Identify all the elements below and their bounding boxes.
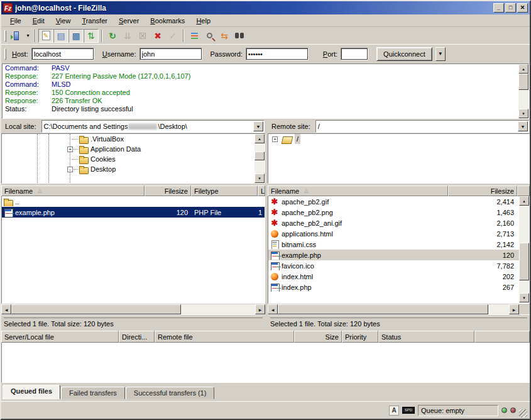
column-filename[interactable]: Filename△: [1, 185, 145, 196]
column-size[interactable]: Size: [294, 331, 342, 343]
column-remote-file[interactable]: Remote file: [155, 331, 294, 343]
compare-directories-button[interactable]: [202, 29, 217, 43]
file-row[interactable]: ✱apache_pb2.png 1,463: [268, 207, 529, 218]
quickconnect-dropdown[interactable]: ▼: [435, 47, 446, 61]
message-log-toggle-button[interactable]: ✎: [38, 29, 53, 43]
password-input[interactable]: [246, 48, 309, 60]
tab-queued-files[interactable]: Queued files: [3, 385, 60, 399]
log-line: Status:Directory listing successful: [3, 105, 528, 113]
local-treeview-toggle-button[interactable]: ▤: [53, 29, 68, 43]
scroll-up-icon[interactable]: ▲: [518, 64, 528, 74]
quickconnect-grip[interactable]: [4, 48, 6, 60]
refresh-button[interactable]: ↻: [105, 29, 120, 43]
scroll-thumb[interactable]: [518, 74, 528, 90]
find-files-icon: [235, 33, 239, 38]
scroll-right-icon[interactable]: ▶: [255, 304, 265, 314]
title-bar: Fz john@localhost - FileZilla _ □ ✕: [1, 1, 530, 14]
menu-help[interactable]: Help: [191, 16, 216, 26]
menu-bookmarks[interactable]: Bookmarks: [145, 16, 190, 26]
menu-file[interactable]: File: [5, 16, 26, 26]
tree-item-cookies[interactable]: Cookies: [2, 154, 265, 164]
file-row-example-php[interactable]: example.php 120 PHP File 1: [2, 207, 265, 218]
combo-dropdown-icon[interactable]: ▼: [253, 121, 263, 131]
remote-site-combo[interactable]: / ▼: [315, 120, 529, 133]
site-manager-dropdown[interactable]: ▾: [24, 30, 32, 42]
file-row-example-php[interactable]: example.php 120: [268, 250, 529, 260]
column-status[interactable]: Status: [378, 331, 474, 343]
scroll-down-icon[interactable]: ▼: [519, 293, 529, 302]
menu-view[interactable]: View: [51, 16, 76, 26]
port-input[interactable]: [341, 48, 368, 60]
scroll-up-icon[interactable]: ▲: [519, 196, 529, 206]
scroll-thumb[interactable]: [519, 243, 529, 280]
filter-button[interactable]: [187, 29, 202, 43]
cancel-operation-button[interactable]: ☒: [135, 29, 150, 43]
ascii-transfer-type-icon[interactable]: A: [389, 406, 399, 416]
menu-edit[interactable]: Edit: [28, 16, 50, 26]
local-site-combo[interactable]: C:\Documents and Settings\Desktop\ ▼: [41, 120, 265, 133]
resize-grip[interactable]: [519, 409, 527, 417]
quickconnect-button[interactable]: Quickconnect: [376, 47, 432, 61]
column-filename[interactable]: Filename△: [268, 185, 448, 196]
column-last-modified[interactable]: L: [258, 185, 265, 196]
local-horizontal-scrollbar[interactable]: ◀ ▶: [1, 304, 265, 314]
tab-failed-transfers[interactable]: Failed transfers: [61, 387, 125, 399]
speed-limits-icon[interactable]: SPD: [402, 407, 415, 414]
menu-server[interactable]: Server: [114, 16, 144, 26]
tree-item-application-data[interactable]: + Application Data: [2, 144, 265, 154]
file-row[interactable]: ✱apache_pb2_ani.gif 2,160: [268, 218, 529, 228]
column-server-local-file[interactable]: Server/Local file: [1, 331, 119, 343]
column-priority[interactable]: Priority: [342, 331, 378, 343]
file-row[interactable]: bitnami.css 2,142: [268, 239, 529, 250]
scroll-up-icon[interactable]: ▲: [255, 134, 265, 143]
menu-transfer[interactable]: Transfer: [77, 16, 112, 26]
reconnect-button[interactable]: ✓: [165, 29, 180, 43]
file-row-parent-dir[interactable]: ..: [2, 196, 265, 207]
file-row[interactable]: favicon.ico 7,782: [268, 260, 529, 271]
close-button[interactable]: ✕: [517, 3, 528, 13]
scroll-thumb[interactable]: [278, 304, 488, 314]
file-row[interactable]: applications.html 2,713: [268, 228, 529, 239]
local-tree-scrollbar[interactable]: ▲ ▼: [255, 134, 265, 183]
combo-dropdown-icon[interactable]: ▼: [518, 121, 528, 131]
expand-icon[interactable]: +: [272, 136, 278, 142]
maximize-button[interactable]: □: [505, 3, 516, 13]
scroll-down-icon[interactable]: ▼: [518, 109, 528, 118]
synchronized-browsing-button[interactable]: ⇆: [217, 29, 232, 43]
scroll-left-icon[interactable]: ◀: [1, 304, 11, 314]
remote-list-scrollbar[interactable]: ▲ ▼: [519, 196, 529, 302]
find-files-button[interactable]: [232, 29, 247, 43]
column-filesize[interactable]: Filesize: [448, 185, 517, 196]
username-input[interactable]: [140, 48, 202, 60]
scroll-thumb[interactable]: [11, 304, 181, 314]
column-direction[interactable]: Directi...: [119, 331, 155, 343]
tree-item-virtualbox[interactable]: .VirtualBox: [2, 134, 265, 144]
ico-file-icon: [270, 262, 280, 270]
tree-item-root[interactable]: + /: [268, 134, 529, 144]
scroll-down-icon[interactable]: ▼: [255, 174, 265, 183]
queue-list[interactable]: [1, 343, 530, 383]
minimize-button[interactable]: _: [493, 3, 504, 13]
host-input[interactable]: [31, 48, 94, 60]
toolbar-separator: [101, 30, 102, 42]
queue-toggle-button[interactable]: ⇅: [84, 29, 99, 43]
scroll-thumb[interactable]: [255, 152, 265, 160]
file-row[interactable]: index.html 202: [268, 271, 529, 282]
site-manager-button[interactable]: [9, 29, 24, 43]
app-icon[interactable]: Fz: [3, 3, 13, 13]
remote-treeview-toggle-button[interactable]: ▩: [68, 29, 84, 43]
process-queue-button[interactable]: ⇊: [120, 29, 135, 43]
scroll-right-icon[interactable]: ▶: [509, 304, 519, 314]
disconnect-button[interactable]: ✖: [150, 29, 165, 43]
log-scrollbar[interactable]: ▲ ▼: [518, 64, 528, 118]
tree-item-desktop[interactable]: - Desktop: [2, 164, 265, 174]
remote-horizontal-scrollbar[interactable]: ◀ ▶: [268, 304, 519, 314]
column-filesize[interactable]: Filesize: [145, 185, 191, 196]
scroll-left-icon[interactable]: ◀: [268, 304, 278, 314]
file-row[interactable]: ✱apache_pb2.gif 2,414: [268, 196, 529, 207]
column-filetype[interactable]: Filetype: [191, 185, 258, 196]
process-queue-icon: ⇊: [124, 31, 131, 40]
tab-successful-transfers[interactable]: Successful transfers (1): [126, 387, 215, 399]
file-row[interactable]: index.php 267: [268, 282, 529, 292]
toolbar-grip[interactable]: [4, 30, 6, 41]
